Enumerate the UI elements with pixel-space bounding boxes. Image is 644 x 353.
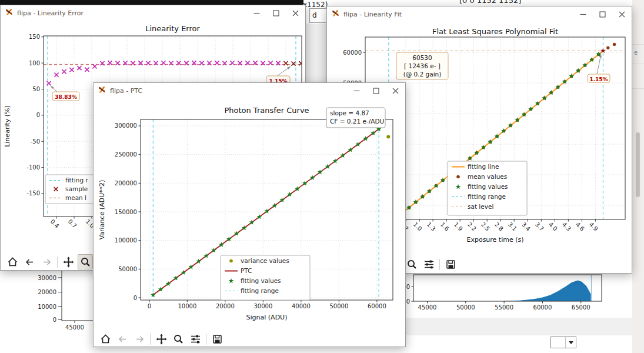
svg-text:60000: 60000 (343, 49, 362, 56)
svg-text:sample: sample (65, 185, 88, 192)
svg-text:mean l: mean l (65, 194, 86, 201)
zoom-button[interactable] (171, 331, 186, 347)
configure-button[interactable] (421, 257, 436, 272)
svg-text:-50: -50 (31, 138, 40, 145)
app-icon (5, 8, 14, 18)
window-title: flipa - Linearity Fit (343, 11, 402, 18)
svg-text:1.3: 1.3 (426, 221, 437, 232)
svg-text:30000: 30000 (253, 303, 272, 309)
svg-text:-150: -150 (26, 190, 40, 197)
y-axis-label: Linearity (%) (4, 105, 11, 147)
svg-text:fitting range: fitting range (241, 287, 279, 294)
annotation: 60530[ 12436 e- ](@ 0.2 gain) (396, 52, 448, 79)
forward-button[interactable] (132, 331, 147, 347)
desktop: x1152) d [0 0 1152 1152] e 3000020000100… (0, 0, 644, 353)
window-controls (247, 5, 305, 21)
window-controls (347, 83, 405, 98)
legend: variance valuesPTCfitting valuesfitting … (221, 255, 310, 300)
panel-text-fragment: e (634, 49, 638, 56)
svg-text:150000: 150000 (115, 209, 137, 215)
svg-text:0.7: 0.7 (67, 218, 78, 229)
toolbar-separator (439, 259, 440, 270)
svg-text:1.0: 1.0 (412, 221, 423, 232)
maximize-button[interactable] (366, 83, 386, 98)
close-button[interactable] (286, 5, 305, 21)
titlebar[interactable]: flipa - Linearity Error (1, 5, 305, 21)
x-axis-label: Signal (ADU) (246, 314, 288, 321)
svg-text:mean values: mean values (468, 173, 507, 180)
svg-text:200000: 200000 (115, 180, 137, 187)
svg-text:30000: 30000 (38, 275, 56, 281)
window-ptc: flipa - PTC 0100002000030000400005000060… (93, 82, 406, 347)
svg-text:sat level: sat level (468, 203, 493, 210)
svg-text:2.8: 2.8 (493, 221, 505, 232)
scrollbar-thumb[interactable] (636, 132, 640, 197)
dropdown-button[interactable] (550, 337, 576, 348)
svg-text:fitting range: fitting range (468, 193, 506, 200)
background-text-fragment: x1152) (303, 1, 328, 9)
background-panel-fragment: d (309, 8, 327, 23)
forward-button[interactable] (39, 254, 54, 269)
chart-title: Flat Least Squares Polynomial Fit (432, 27, 558, 36)
svg-text:fitting line: fitting line (468, 163, 499, 170)
save-button[interactable] (209, 331, 225, 347)
svg-text:10000: 10000 (38, 304, 56, 310)
svg-text:[ 12436 e- ]: [ 12436 e- ] (404, 62, 441, 69)
close-button[interactable] (386, 83, 405, 98)
home-button[interactable] (5, 254, 20, 269)
svg-text:0: 0 (406, 284, 410, 290)
pan-button[interactable] (61, 254, 76, 269)
chart-title: Linearity Error (145, 24, 200, 33)
x-axis-label: Exposure time (s) (466, 236, 523, 244)
background-histogram-fragment: 300002000010000045000 (0, 266, 95, 335)
svg-text:0: 0 (36, 112, 40, 118)
axis-fragment: 300002000010000045000 (38, 266, 95, 331)
svg-text:fitting values: fitting values (468, 183, 508, 190)
svg-text:CF = 0.21 e-/ADU: CF = 0.21 e-/ADU (330, 118, 384, 125)
svg-text:0: 0 (148, 303, 151, 309)
annotation: 1.15% (588, 54, 610, 82)
annotation: 1.15% (266, 66, 291, 84)
background-text-fragment-2: d (312, 11, 317, 19)
zoom-button[interactable] (78, 254, 93, 269)
svg-text:38.83%: 38.83% (55, 94, 77, 100)
svg-text:1.15%: 1.15% (589, 76, 608, 82)
svg-text:150: 150 (29, 34, 40, 40)
toolbar-separator (150, 334, 151, 345)
close-button[interactable] (612, 6, 632, 22)
app-icon (98, 85, 106, 96)
panel-separator (632, 64, 644, 64)
svg-text:fitting r: fitting r (65, 176, 88, 184)
titlebar[interactable]: flipa - PTC (94, 83, 405, 98)
svg-text:1.9: 1.9 (453, 221, 464, 232)
svg-text:45000: 45000 (65, 324, 84, 331)
svg-text:4.9: 4.9 (588, 221, 599, 232)
minimize-button[interactable] (573, 6, 593, 22)
svg-text:60530: 60530 (412, 54, 432, 61)
svg-text:40000: 40000 (292, 303, 311, 309)
annotation: 38.83% (51, 86, 79, 101)
home-button[interactable] (98, 331, 113, 347)
app-icon (331, 9, 340, 19)
svg-text:PTC: PTC (241, 267, 252, 274)
save-button[interactable] (443, 257, 458, 272)
svg-text:1.6: 1.6 (439, 221, 451, 232)
background-coords-text: [0 0 1152 1152] (459, 0, 521, 5)
svg-text:slope = 4.87: slope = 4.87 (330, 109, 369, 116)
configure-button[interactable] (188, 331, 203, 347)
titlebar[interactable]: flipa - Linearity Fit (327, 6, 632, 22)
svg-text:60000: 60000 (533, 304, 552, 311)
svg-text:50: 50 (32, 86, 40, 92)
toolbar-separator (206, 334, 206, 345)
maximize-button[interactable] (266, 5, 286, 21)
data-series (504, 275, 591, 301)
svg-text:3.4: 3.4 (520, 221, 532, 232)
minimize-button[interactable] (247, 5, 266, 21)
back-button[interactable] (22, 254, 37, 269)
minimize-button[interactable] (347, 83, 366, 98)
svg-text:fitting values: fitting values (241, 277, 281, 284)
back-button[interactable] (115, 331, 130, 347)
pan-button[interactable] (154, 331, 169, 347)
maximize-button[interactable] (593, 6, 612, 22)
svg-text:4.0: 4.0 (548, 221, 559, 232)
